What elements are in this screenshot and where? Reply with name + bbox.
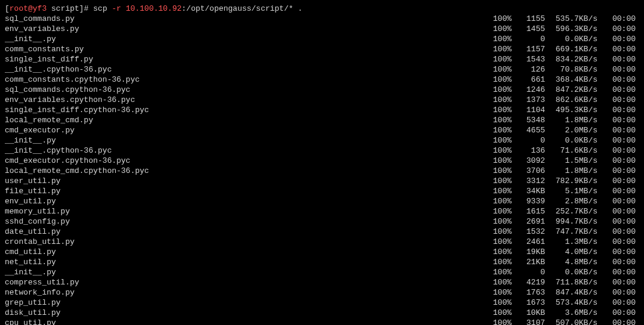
filename: local_remote_cmd.py [5,115,485,125]
transfer-speed: 1.8MB/s [545,166,597,176]
file-size: 1104 [512,105,545,115]
transfer-time: 00:00 [597,64,639,75]
progress-percent: 100% [485,95,512,105]
filename: local_remote_cmd.cpython-36.pyc [5,166,485,176]
file-size: 1763 [512,287,545,298]
transfer-row: comm_constants.cpython-36.pyc100%661368.… [5,75,639,85]
progress-percent: 100% [485,298,512,308]
filename: __init__.cpython-36.pyc [5,146,485,156]
file-size: 2691 [512,216,545,227]
transfer-stats: 100%2691994.7KB/s00:00 [485,216,639,227]
transfer-stats: 100%3312782.9KB/s00:00 [485,176,639,186]
filename: __init__.py [5,34,485,44]
transfer-speed: 782.9KB/s [545,176,597,186]
transfer-time: 00:00 [597,105,639,115]
transfer-time: 00:00 [597,44,639,54]
filename: user_util.py [5,176,485,186]
transfer-speed: 5.1MB/s [545,186,597,196]
progress-percent: 100% [485,267,512,277]
transfer-time: 00:00 [597,298,639,308]
transfer-row: cmd_executor.cpython-36.pyc100%30921.5MB… [5,156,639,166]
transfer-row: cpu_util.py100%3107507.0KB/s00:00 [5,318,639,325]
prompt-bracket-close: ] [79,4,84,13]
transfer-row: net_util.py100%21KB4.8MB/s00:00 [5,257,639,267]
file-size: 136 [512,146,545,156]
filename: date_util.py [5,227,485,237]
progress-percent: 100% [485,125,512,135]
transfer-row: __init__.cpython-36.pyc100%12670.8KB/s00… [5,64,639,75]
progress-percent: 100% [485,277,512,287]
transfer-stats: 100%19KB4.0MB/s00:00 [485,247,639,257]
filename: env_util.py [5,196,485,206]
progress-percent: 100% [485,216,512,227]
transfer-stats: 100%13671.6KB/s00:00 [485,146,639,156]
progress-percent: 100% [485,227,512,237]
transfer-time: 00:00 [597,206,639,216]
prompt-space [47,4,51,13]
transfer-row: memory_util.py100%1615252.7KB/s00:00 [5,206,639,216]
transfer-speed: 4.0MB/s [545,247,597,257]
transfer-speed: 994.7KB/s [545,216,597,227]
transfer-stats: 100%1532747.7KB/s00:00 [485,227,639,237]
transfer-row: grep_util.py100%1673573.4KB/s00:00 [5,298,639,308]
progress-percent: 100% [485,308,512,318]
transfer-stats: 100%3107507.0KB/s00:00 [485,318,639,325]
transfer-speed: 2.0MB/s [545,125,597,135]
transfer-speed: 847.4KB/s [545,287,597,298]
transfer-time: 00:00 [597,227,639,237]
transfer-time: 00:00 [597,34,639,44]
progress-percent: 100% [485,135,512,146]
transfer-row: comm_constants.py100%1157669.1KB/s00:00 [5,44,639,54]
transfer-speed: 368.4KB/s [545,75,597,85]
transfer-stats: 100%12670.8KB/s00:00 [485,64,639,75]
filename: cpu_util.py [5,318,485,325]
transfer-stats: 100%34KB5.1MB/s00:00 [485,186,639,196]
file-size: 1615 [512,206,545,216]
transfer-stats: 100%661368.4KB/s00:00 [485,75,639,85]
prompt-hash: # [84,4,94,13]
file-size: 34KB [512,186,545,196]
prompt-bracket-open: [ [5,4,10,13]
cmd-name: scp [93,4,112,13]
progress-percent: 100% [485,156,512,166]
transfer-speed: 535.7KB/s [545,14,597,24]
transfer-stats: 100%24611.3MB/s00:00 [485,237,639,247]
file-size: 21KB [512,257,545,267]
filename: cmd_executor.cpython-36.pyc [5,156,485,166]
file-size: 1157 [512,44,545,54]
transfer-stats: 100%30921.5MB/s00:00 [485,156,639,166]
transfer-row: local_remote_cmd.cpython-36.pyc100%37061… [5,166,639,176]
transfer-stats: 100%37061.8MB/s00:00 [485,166,639,176]
shell-prompt[interactable]: [root@yf3 script]# scp -r 10.100.10.92:/… [5,4,639,14]
transfer-row: sql_commands.cpython-36.pyc100%1246847.2… [5,85,639,95]
transfer-stats: 100%1455596.3KB/s00:00 [485,24,639,34]
transfer-row: single_inst_diff.py100%1543834.2KB/s00:0… [5,54,639,64]
transfer-row: user_util.py100%3312782.9KB/s00:00 [5,176,639,186]
transfer-time: 00:00 [597,85,639,95]
file-size: 19KB [512,247,545,257]
transfer-row: env_util.py100%93392.8MB/s00:00 [5,196,639,206]
filename: cmd_executor.py [5,125,485,135]
transfer-time: 00:00 [597,287,639,298]
transfer-speed: 71.6KB/s [545,146,597,156]
filename: env_variables.py [5,24,485,34]
transfer-time: 00:00 [597,115,639,125]
transfer-stats: 100%93392.8MB/s00:00 [485,196,639,206]
progress-percent: 100% [485,257,512,267]
filename: __init__.cpython-36.pyc [5,64,485,75]
filename: __init__.py [5,135,485,146]
transfer-row: date_util.py100%1532747.7KB/s00:00 [5,227,639,237]
transfer-time: 00:00 [597,75,639,85]
transfer-row: local_remote_cmd.py100%53481.8MB/s00:00 [5,115,639,125]
file-size: 3706 [512,166,545,176]
file-size: 1155 [512,14,545,24]
transfer-time: 00:00 [597,196,639,206]
transfer-row: __init__.cpython-36.pyc100%13671.6KB/s00… [5,146,639,156]
transfer-stats: 100%1157669.1KB/s00:00 [485,44,639,54]
transfer-stats: 100%4219711.8KB/s00:00 [485,277,639,287]
filename: comm_constants.cpython-36.pyc [5,75,485,85]
progress-percent: 100% [485,287,512,298]
file-size: 3092 [512,156,545,166]
file-size: 3107 [512,318,545,325]
file-size: 10KB [512,308,545,318]
